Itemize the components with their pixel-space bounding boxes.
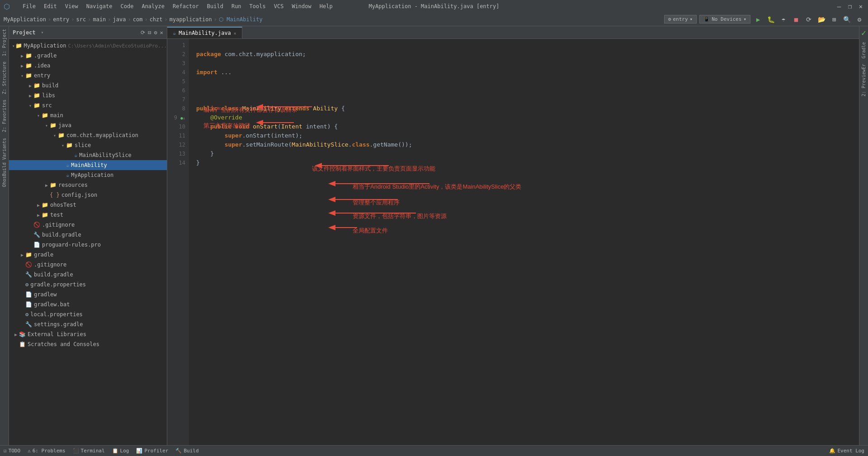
menu-build[interactable]: Build bbox=[203, 2, 227, 10]
breadcrumb-java[interactable]: java bbox=[113, 16, 126, 23]
breadcrumb-src[interactable]: src bbox=[76, 16, 86, 23]
project-dropdown-icon[interactable]: ▾ bbox=[41, 30, 44, 35]
tree-item-scratches[interactable]: ▶ 📋 Scratches and Consoles bbox=[9, 339, 167, 349]
expand-button[interactable]: ⊞ bbox=[829, 14, 839, 24]
settings-button[interactable]: ⚙ bbox=[854, 14, 864, 24]
folder-icon: 📁 bbox=[50, 182, 57, 188]
status-profiler[interactable]: 📊 Profiler bbox=[136, 448, 168, 454]
tree-item-libs[interactable]: ▶ 📁 libs bbox=[9, 90, 167, 100]
tree-item-resources[interactable]: ▶ 📁 resources bbox=[9, 180, 167, 190]
breadcrumb-mainability[interactable]: ⬡ MainAbility bbox=[219, 16, 263, 23]
tree-item-gitignore-root[interactable]: ▶ 🚫 .gitignore bbox=[9, 260, 167, 270]
tree-item-label: gradlew bbox=[34, 291, 57, 298]
tree-item-proguard[interactable]: ▶ 📄 proguard-rules.pro bbox=[9, 240, 167, 250]
settings-icon[interactable]: ⚙ bbox=[154, 29, 157, 36]
tree-item-buildgradle-entry[interactable]: ▶ 🔧 build.gradle bbox=[9, 230, 167, 240]
tree-item-gradle-properties[interactable]: ▶ ⚙ gradle.properties bbox=[9, 280, 167, 290]
panel-tab-favorites[interactable]: 2: Favorites bbox=[1, 97, 8, 135]
status-problems[interactable]: ⚠ 6: Problems bbox=[28, 448, 65, 454]
tree-item-src[interactable]: ▾ 📁 src bbox=[9, 100, 167, 110]
close-panel-icon[interactable]: ✕ bbox=[160, 29, 163, 36]
code-content[interactable]: package com.chzt.myapplication; import .… bbox=[189, 39, 859, 445]
breadcrumb-myapplication[interactable]: MyApplication bbox=[4, 16, 46, 23]
tree-item-myapp-class[interactable]: ▶ ☕ MyApplication bbox=[9, 170, 167, 180]
tree-item-build[interactable]: ▶ 📁 build bbox=[9, 81, 167, 90]
tree-item-config-json[interactable]: ▶ { } config.json bbox=[9, 190, 167, 200]
tree-item-slice[interactable]: ▾ 📁 slice bbox=[9, 140, 167, 150]
coverage-button[interactable]: ☂ bbox=[778, 14, 788, 24]
project-header-icons: ⟳ ⊟ ⚙ ✕ bbox=[141, 29, 163, 36]
tab-close-button[interactable]: ✕ bbox=[234, 31, 236, 36]
status-log[interactable]: 📋 Log bbox=[112, 448, 129, 454]
tree-item-mainabilityslice[interactable]: ▶ ☕ MainAbilitySlice bbox=[9, 150, 167, 160]
menu-help[interactable]: Help bbox=[316, 2, 336, 10]
breadcrumb-chzt[interactable]: chzt bbox=[150, 16, 163, 23]
tree-item-entry[interactable]: ▾ 📁 entry bbox=[9, 71, 167, 81]
tree-item-gradlew[interactable]: ▶ 📄 gradlew bbox=[9, 290, 167, 299]
tree-item-dotgradle[interactable]: ▶ 📁 .gradle bbox=[9, 51, 167, 61]
open-file-button[interactable]: 📂 bbox=[816, 14, 826, 24]
close-button[interactable]: ✕ bbox=[857, 3, 864, 10]
tree-item-gradlew-bat[interactable]: ▶ 📄 gradlew.bat bbox=[9, 299, 167, 309]
tree-item-myapplication[interactable]: ▾ 📁 MyApplication C:\Users\Admin\DevEcoS… bbox=[9, 41, 167, 51]
tree-item-dotidea[interactable]: ▶ 📁 .idea bbox=[9, 61, 167, 71]
tree-item-ohostest[interactable]: ▶ 📁 ohosTest bbox=[9, 200, 167, 210]
debug-button[interactable]: 🐛 bbox=[766, 14, 776, 24]
tree-item-mainability[interactable]: ▶ ☕ MainAbility bbox=[9, 160, 167, 170]
sync-files-icon[interactable]: ⟳ bbox=[141, 29, 145, 36]
menu-code[interactable]: Code bbox=[117, 2, 137, 10]
menu-run[interactable]: Run bbox=[228, 2, 245, 10]
devices-button[interactable]: 📱 No Devices ▾ bbox=[699, 15, 750, 24]
sync-button[interactable]: ⟳ bbox=[804, 14, 814, 24]
tree-item-settings-gradle[interactable]: ▶ 🔧 settings.gradle bbox=[9, 319, 167, 329]
java-tab-icon: ☕ bbox=[173, 30, 176, 36]
code-editor[interactable]: 1 2 3 4 5 6 7 8 9 ●↓ 10 11 12 13 14 pack… bbox=[167, 39, 859, 445]
run-config-button[interactable]: ⚙ entry ▾ bbox=[664, 15, 697, 24]
tree-item-label: ohosTest bbox=[50, 202, 76, 208]
menu-edit[interactable]: Edit bbox=[40, 2, 61, 10]
menu-window[interactable]: Window bbox=[288, 2, 315, 10]
tree-item-gradle-dir[interactable]: ▶ 📁 gradle bbox=[9, 250, 167, 260]
tree-item-external-libraries[interactable]: ▶ 📚 External Libraries bbox=[9, 329, 167, 339]
minimize-button[interactable]: — bbox=[835, 3, 843, 10]
breadcrumb-myapplication2[interactable]: myapplication bbox=[170, 16, 212, 23]
search-button[interactable]: 🔍 bbox=[842, 14, 852, 24]
tree-item-com-chzt[interactable]: ▾ 📁 com.chzt.myapplication bbox=[9, 130, 167, 140]
menu-view[interactable]: View bbox=[61, 2, 82, 10]
panel-tab-project[interactable]: 1: Project bbox=[1, 26, 8, 59]
tree-item-local-properties[interactable]: ▶ ⚙ local.properties bbox=[9, 309, 167, 319]
tree-item-label: build.gradle bbox=[34, 271, 73, 278]
panel-tab-ohosbuild[interactable]: OhosBuild Variants bbox=[1, 135, 8, 190]
menu-analyze[interactable]: Analyze bbox=[138, 2, 168, 10]
menu-navigate[interactable]: Navigate bbox=[83, 2, 116, 10]
tree-item-java[interactable]: ▾ 📁 java bbox=[9, 120, 167, 130]
panel-tab-structure[interactable]: Z: Structure bbox=[1, 59, 8, 97]
toolbar: MyApplication › entry › src › main › jav… bbox=[0, 13, 868, 26]
panel-tab-previewr[interactable]: 2: PreviewEr bbox=[860, 61, 867, 99]
breadcrumb-com[interactable]: com bbox=[133, 16, 143, 23]
tree-item-gitignore-entry[interactable]: ▶ 🚫 .gitignore bbox=[9, 220, 167, 230]
status-event-log[interactable]: 🔔 Event Log bbox=[829, 448, 864, 454]
status-todo[interactable]: ☑ TODO bbox=[4, 448, 20, 454]
editor-tab-mainability[interactable]: ☕ MainAbility.java ✕ bbox=[167, 27, 242, 38]
breadcrumb-entry[interactable]: entry bbox=[53, 16, 69, 23]
tree-item-label: slice bbox=[75, 142, 91, 148]
gitignore-file-icon: 🚫 bbox=[33, 222, 40, 228]
menu-refactor[interactable]: Refactor bbox=[169, 2, 203, 10]
maximize-button[interactable]: ❐ bbox=[846, 3, 854, 10]
stop-button[interactable]: ■ bbox=[791, 14, 801, 24]
tree-item-test[interactable]: ▶ 📁 test bbox=[9, 210, 167, 220]
tree-item-buildgradle-root[interactable]: ▶ 🔧 build.gradle bbox=[9, 270, 167, 280]
breadcrumb-main[interactable]: main bbox=[93, 16, 106, 23]
menu-tools[interactable]: Tools bbox=[246, 2, 269, 10]
collapse-all-icon[interactable]: ⊟ bbox=[148, 29, 151, 36]
status-terminal[interactable]: ⬛ Terminal bbox=[73, 448, 105, 454]
menu-vcs[interactable]: VCS bbox=[270, 2, 288, 10]
tree-item-main[interactable]: ▾ 📁 main bbox=[9, 110, 167, 120]
panel-tab-gradle[interactable]: Gradle bbox=[860, 39, 867, 61]
status-build[interactable]: 🔨 Build bbox=[175, 448, 198, 454]
menu-file[interactable]: File bbox=[19, 2, 39, 10]
window-title: MyApplication - MainAbility.java [entry] bbox=[369, 3, 500, 10]
folder-icon: 📁 bbox=[25, 52, 32, 59]
run-button[interactable]: ▶ bbox=[753, 14, 763, 24]
